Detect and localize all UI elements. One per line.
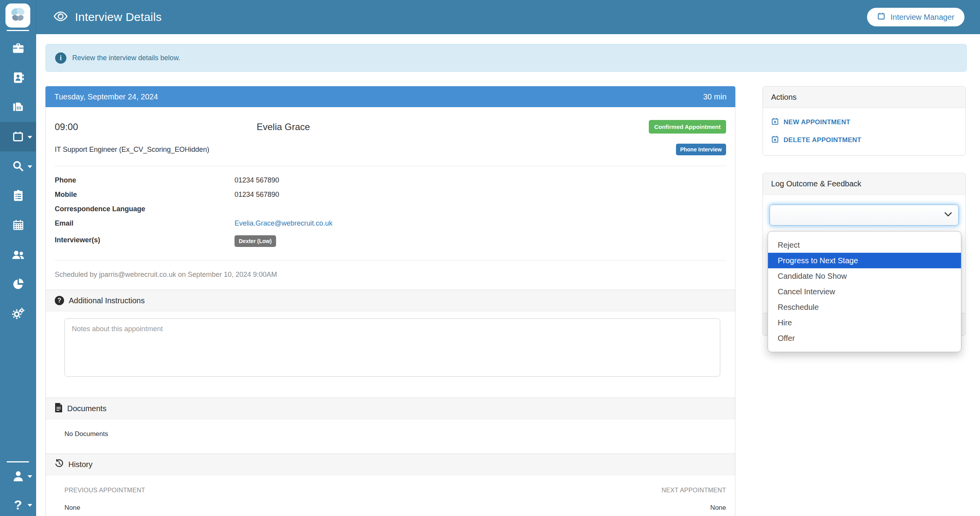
status-badge: Confirmed Appointment [649,120,726,134]
eye-icon [53,9,68,25]
appointment-time: 09:00 [55,122,257,132]
previous-appointment-label: PREVIOUS APPOINTMENT [64,487,145,494]
new-appointment-link[interactable]: NEW APPOINTMENT [771,117,957,127]
sidebar-item-search[interactable] [0,151,36,181]
appointment-fields: Phone 01234 567890 Mobile 01234 567890 C… [55,175,726,250]
history-icon [55,459,64,470]
appointment-duration: 30 min [703,92,726,101]
interview-type-badge: Phone Interview [676,144,726,155]
new-appointment-label: NEW APPOINTMENT [784,118,850,126]
info-icon: i [55,52,66,64]
page-title: Interview Details [75,10,162,24]
chevron-down-icon [28,165,32,168]
content-area: i Review the interview details below. Tu… [36,34,980,516]
interviewer-badge: Dexter (Low) [235,235,276,247]
sidebar-item-reports[interactable] [0,269,36,299]
fax-icon [12,101,24,113]
calendar-plus-icon [771,117,779,127]
calendar-icon [12,130,24,143]
next-appointment-value: None [710,504,726,512]
appointment-card: Tuesday, September 24, 2024 30 min 09:00… [45,86,735,516]
alert-text: Review the interview details below. [72,54,180,62]
appointment-card-header: Tuesday, September 24, 2024 30 min [45,86,735,107]
document-icon [55,403,63,414]
users-icon [12,248,25,261]
previous-appointment-value: None [64,504,80,512]
logo-divider [7,30,29,31]
appointment-date: Tuesday, September 24, 2024 [54,92,158,101]
sidebar-item-schedule[interactable] [0,210,36,240]
dropdown-option-no-show[interactable]: Candidate No Show [768,268,961,284]
dropdown-option-progress[interactable]: Progress to Next Stage [768,253,961,268]
dropdown-option-hire[interactable]: Hire [768,315,961,330]
job-role: IT Support Engineer (Ex_CV_Scoring_EOHid… [55,146,676,154]
delete-appointment-label: DELETE APPOINTMENT [784,136,861,144]
field-value: 01234 567890 [235,175,279,184]
user-icon [12,470,24,482]
history-header: History [46,453,735,475]
sidebar-item-jobs[interactable] [0,33,36,63]
main-column: Tuesday, September 24, 2024 30 min 09:00… [45,86,735,516]
delete-appointment-link[interactable]: DELETE APPOINTMENT [771,135,957,145]
dropdown-option-offer[interactable]: Offer [768,330,961,346]
candidate-name: Evelia Grace [257,122,649,132]
section-title: Documents [67,404,106,413]
field-value: 01234 567890 [235,190,279,199]
field-label: Interviewer(s) [55,235,235,244]
sidebar-item-settings[interactable] [0,299,36,328]
info-alert: i Review the interview details below. [45,44,967,72]
outcome-dropdown: Reject Progress to Next Stage Candidate … [768,231,961,352]
dropdown-option-cancel[interactable]: Cancel Interview [768,284,961,299]
question-icon: ? [14,497,22,513]
field-row-email: Email Evelia.Grace@webrecruit.co.uk [55,219,726,233]
butterfly-logo-icon [9,5,27,26]
chevron-down-icon [28,504,32,507]
field-label: Mobile [55,190,235,199]
sidebar-item-account[interactable] [0,461,36,491]
app-logo[interactable] [5,3,30,28]
calendar-grid-icon [12,219,24,231]
dropdown-option-reject[interactable]: Reject [768,237,961,253]
question-circle-icon: ? [55,296,64,305]
chevron-down-icon [28,136,32,139]
search-icon [12,160,24,172]
gears-icon [12,307,25,320]
interview-manager-button[interactable]: Interview Manager [867,8,964,26]
sidebar-nav [0,33,36,328]
sidebar-item-candidates[interactable] [0,63,36,92]
additional-instructions-header: ? Additional Instructions [46,290,735,311]
field-row-mobile: Mobile 01234 567890 [55,190,726,204]
additional-instructions-body [46,311,735,398]
dropdown-option-reschedule[interactable]: Reschedule [768,299,961,315]
page-title-group: Interview Details [53,9,162,25]
actions-panel: Actions NEW APPOINTMENT [763,86,966,156]
sidebar: ? [0,0,36,516]
clipboard-icon [12,189,24,202]
address-book-icon [12,71,24,84]
outcome-panel: Log Outcome & Feedback Re [763,173,966,336]
sidebar-item-help[interactable]: ? [0,490,36,516]
field-row-phone: Phone 01234 567890 [55,175,726,190]
sidebar-item-fax[interactable] [0,92,36,122]
sidebar-item-interviews[interactable] [0,122,36,151]
field-row-correspondence-language: Correspondence Language [55,204,726,219]
field-label: Email [55,219,235,228]
page-header: Interview Details Interview Manager [36,0,980,34]
field-label: Correspondence Language [55,204,235,213]
notes-textarea[interactable] [64,318,720,377]
section-title: History [68,460,92,469]
field-label: Phone [55,175,235,184]
pie-chart-icon [12,278,24,290]
section-title: Additional Instructions [69,296,145,305]
scheduled-note: Scheduled by jparris@webrecruit.co.uk on… [55,261,726,290]
interview-manager-label: Interview Manager [890,13,954,22]
sidebar-item-tasks[interactable] [0,181,36,210]
field-row-interviewers: Interviewer(s) Dexter (Low) [55,235,726,250]
actions-panel-header: Actions [763,87,965,108]
sidebar-item-users[interactable] [0,240,36,269]
history-body: PREVIOUS APPOINTMENT NEXT APPOINTMENT No… [46,475,735,516]
candidate-email-link[interactable]: Evelia.Grace@webrecruit.co.uk [235,219,332,228]
briefcase-icon [12,42,24,54]
outcome-select[interactable] [770,205,959,226]
chevron-down-icon [28,475,32,478]
